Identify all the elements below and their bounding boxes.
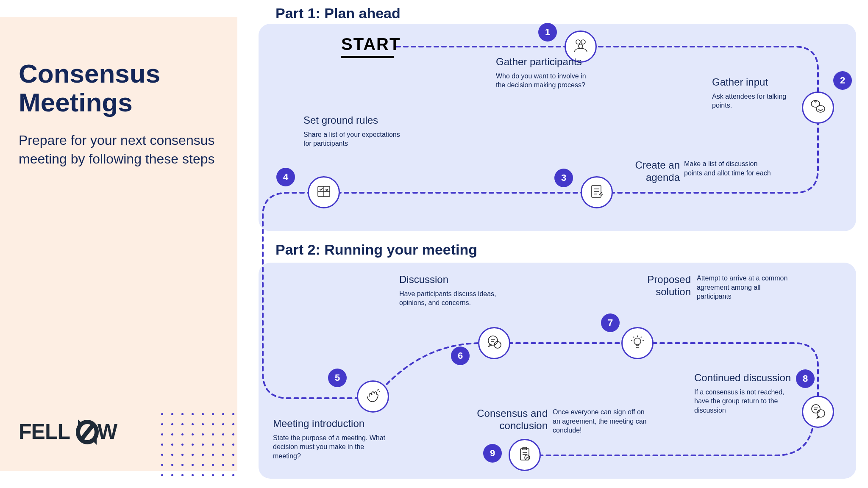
svg-point-7: [816, 105, 825, 112]
badge-1: 1: [538, 23, 557, 42]
text-step-2: Gather input Ask attendees for talking p…: [712, 76, 797, 110]
step-1-title: Gather participants: [496, 56, 589, 68]
main-title: Consensus Meetings: [19, 59, 219, 117]
text-step-3-title-wrap: Create an agenda: [621, 159, 680, 187]
start-label: START: [341, 35, 401, 54]
step-2-desc: Ask attendees for talking points.: [712, 92, 797, 110]
step-1-desc: Who do you want to involve in the decisi…: [496, 72, 589, 90]
text-step-3-desc-wrap: Make a list of discussion points and all…: [684, 159, 773, 177]
decorative-dots: [161, 413, 246, 488]
people-icon: [572, 37, 589, 56]
step-7-title: Proposed solution: [640, 274, 691, 298]
badge-3: 3: [554, 169, 573, 187]
fellow-logo: FELL W: [19, 419, 142, 450]
svg-point-13: [812, 405, 820, 413]
start-underline: [341, 56, 394, 58]
node-gather-input: [802, 92, 834, 124]
node-consensus-conclusion: [509, 439, 541, 471]
svg-text:FELL: FELL: [19, 420, 70, 444]
svg-point-12: [634, 338, 641, 345]
badge-2: 2: [833, 71, 852, 90]
subtitle: Prepare for your next consensus meeting …: [19, 131, 219, 168]
node-continued-discussion: [802, 396, 834, 428]
left-panel: Consensus Meetings Prepare for your next…: [0, 17, 237, 471]
svg-point-5: [579, 44, 583, 48]
speech-bubble-icon: [486, 334, 503, 352]
node-discussion: [478, 327, 510, 359]
node-meeting-intro: [357, 380, 389, 413]
part-2-title: Part 2: Running your meeting: [275, 241, 477, 258]
node-create-agenda: [581, 176, 613, 208]
node-ground-rules: [308, 176, 340, 208]
step-8-title: Continued discussion: [694, 372, 792, 384]
step-6-title: Discussion: [399, 274, 505, 286]
double-speech-icon: [810, 402, 826, 421]
badge-5: 5: [328, 369, 347, 387]
checkbox-grid-icon: [315, 183, 332, 202]
text-step-6: Discussion Have participants discuss ide…: [399, 274, 505, 308]
badge-4: 4: [276, 168, 295, 186]
chat-bubbles-icon: [810, 98, 826, 117]
badge-9: 9: [483, 444, 502, 463]
step-2-title: Gather input: [712, 76, 797, 89]
badge-8: 8: [796, 369, 815, 388]
svg-text:W: W: [97, 420, 118, 444]
text-step-4: Set ground rules Share a list of your ex…: [303, 114, 401, 148]
lightbulb-icon: [629, 334, 646, 352]
step-9-title: Consensus and conclusion: [467, 408, 548, 432]
text-step-1: Gather participants Who do you want to i…: [496, 56, 589, 90]
text-step-9-title-wrap: Consensus and conclusion: [467, 408, 548, 435]
step-4-desc: Share a list of your expectations for pa…: [303, 130, 401, 148]
step-4-title: Set ground rules: [303, 114, 401, 127]
text-step-5: Meeting introduction State the purpose o…: [273, 418, 390, 461]
svg-point-3: [576, 40, 580, 44]
part-1-title: Part 1: Plan ahead: [275, 5, 401, 22]
step-7-desc: Attempt to arrive at a common agreement …: [697, 274, 794, 301]
svg-point-4: [581, 40, 585, 44]
badge-6: 6: [451, 347, 470, 365]
step-5-title: Meeting introduction: [273, 418, 390, 430]
badge-7: 7: [601, 313, 620, 332]
step-3-title: Create an agenda: [621, 159, 680, 184]
text-step-9-desc-wrap: Once everyone can sign off on an agreeme…: [553, 408, 650, 435]
text-step-7-desc-wrap: Attempt to arrive at a common agreement …: [697, 274, 794, 301]
step-9-desc: Once everyone can sign off on an agreeme…: [553, 408, 650, 435]
step-3-desc: Make a list of discussion points and all…: [684, 159, 773, 177]
clipboard-check-icon: [516, 446, 533, 464]
checklist-icon: [588, 183, 605, 202]
step-5-desc: State the purpose of a meeting. What dec…: [273, 433, 390, 461]
wave-hand-icon: [364, 387, 381, 406]
text-step-8: Continued discussion If a consensus is n…: [694, 372, 792, 415]
step-6-desc: Have participants discuss ideas, opinion…: [399, 289, 505, 308]
text-step-7-title-wrap: Proposed solution: [640, 274, 691, 302]
node-proposed-solution: [621, 327, 654, 359]
step-8-desc: If a consensus is not reached, have the …: [694, 388, 792, 415]
